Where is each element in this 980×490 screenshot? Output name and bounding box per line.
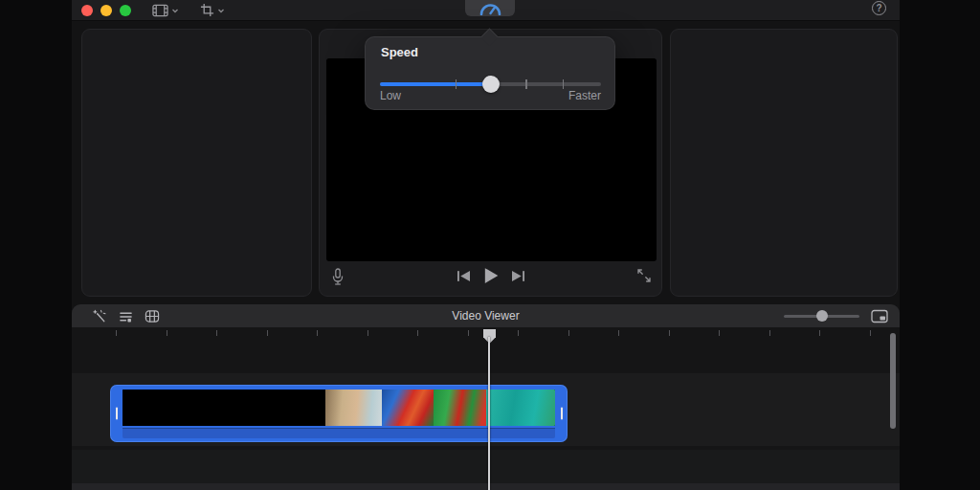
speed-slider-tick: [456, 79, 457, 89]
timeline-track-lower: [72, 450, 900, 483]
selected-video-clip[interactable]: [110, 385, 568, 442]
ruler-tick: [368, 330, 368, 336]
window-controls: [81, 5, 131, 16]
right-browser-panel[interactable]: [670, 29, 898, 297]
fullscreen-expand-icon[interactable]: [636, 268, 652, 283]
vertical-scrollbar[interactable]: [890, 333, 896, 429]
speed-slider-tick: [563, 79, 565, 89]
thumb-parrots-green-red: [434, 390, 485, 426]
ruler-tick: [167, 330, 167, 336]
ruler-tick: [669, 330, 670, 336]
speed-slider-labels: Low Faster: [380, 89, 601, 102]
video-viewer-title: Video Viewer: [72, 309, 900, 323]
ruler-tick: [719, 330, 720, 336]
adjustments-icon[interactable]: [119, 309, 133, 323]
trim-grip: [561, 408, 563, 420]
speed-slider-tick: [525, 79, 527, 89]
clip-audio-strip: [122, 428, 555, 438]
thumb-macaws-blue-red: [382, 390, 434, 426]
ruler-tick: [769, 330, 770, 336]
speed-popover: Speed Low Faster: [365, 36, 615, 110]
help-label: ?: [876, 3, 881, 13]
timeline-zoom-slider[interactable]: [784, 310, 859, 322]
thumb-teal-water: [486, 390, 555, 426]
viewer-right-tools: [784, 309, 888, 323]
video-viewer-section: Video Viewer: [72, 304, 900, 490]
speed-slider-fill: [380, 82, 491, 86]
ruler-tick: [417, 330, 418, 336]
speed-max-label: Faster: [568, 89, 601, 102]
chevron-down-icon: [171, 7, 179, 14]
ruler-tick: [317, 330, 318, 336]
ruler-tick: [870, 330, 871, 336]
speedometer-icon: [478, 0, 502, 15]
transport-controls: [457, 267, 525, 284]
thumb-beach-scene: [325, 390, 382, 426]
titlebar: ?: [72, 0, 900, 21]
preview-controls: [320, 259, 661, 296]
playhead-line: [488, 337, 490, 490]
popover-title: Speed: [381, 45, 418, 59]
speed-min-label: Low: [380, 89, 401, 102]
ruler-tick: [468, 330, 469, 336]
ruler-tick: [216, 330, 217, 336]
trim-handle-left[interactable]: [110, 385, 122, 442]
ruler-tick: [568, 330, 569, 336]
zoom-window-button[interactable]: [120, 5, 131, 16]
clip-appearance-icon[interactable]: [871, 309, 888, 323]
bottom-bar-edge: [72, 483, 900, 490]
play-button[interactable]: [482, 267, 500, 284]
enhance-wand-icon[interactable]: [93, 309, 107, 323]
clip-filmstrip: [122, 390, 555, 426]
ruler-tick: [819, 330, 820, 336]
crop-icon: [200, 3, 214, 17]
ruler-tick: [518, 330, 519, 336]
speed-tool-button[interactable]: [465, 0, 515, 16]
screen: ?: [0, 0, 980, 490]
skip-forward-button[interactable]: [511, 270, 525, 282]
ruler-tick: [116, 330, 117, 336]
zoom-slider-thumb[interactable]: [816, 310, 828, 322]
skip-back-button[interactable]: [457, 270, 471, 282]
ruler-tick: [267, 330, 268, 336]
trim-grip: [116, 408, 118, 420]
thumb-black-frames: [122, 390, 325, 426]
viewer-left-tools: [93, 309, 160, 323]
trim-handle-right[interactable]: [555, 385, 568, 442]
video-viewer-toolbar: Video Viewer: [72, 304, 900, 327]
microphone-icon[interactable]: [331, 268, 345, 286]
filmstrip-icon: [152, 4, 168, 17]
grid-overlay-icon[interactable]: [145, 309, 160, 323]
crop-button[interactable]: [200, 3, 225, 17]
ruler-tick: [618, 330, 619, 336]
left-library-panel[interactable]: [81, 29, 312, 297]
chevron-down-icon: [217, 7, 225, 14]
close-button[interactable]: [81, 5, 93, 16]
minimize-button[interactable]: [100, 5, 112, 16]
help-button[interactable]: ?: [872, 1, 886, 15]
media-browser-button[interactable]: [152, 4, 179, 17]
